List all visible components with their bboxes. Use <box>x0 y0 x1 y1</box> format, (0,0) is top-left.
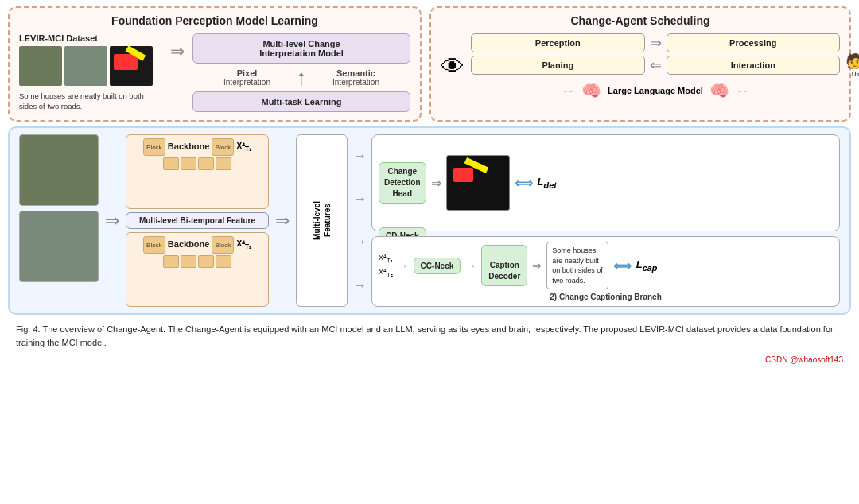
loss-cap-label: Lcap <box>636 258 658 273</box>
caption-arrow-3: ⇒ <box>532 259 542 272</box>
perception-box: Perception <box>471 33 645 52</box>
multilevel-features-label: Multi-level Features <box>312 201 332 240</box>
loss-det-label: Ldet <box>538 176 557 190</box>
users-icon: 🧑 <box>845 52 859 70</box>
double-arrow-det: ⟺ <box>515 176 533 191</box>
arrow-perception-processing: ⇒ <box>650 34 662 52</box>
features-arrows: → → → → <box>352 134 367 307</box>
right-panel-title: Change-Agent Scheduling <box>441 14 840 27</box>
xt2-label: X⁴T₂ <box>236 239 251 250</box>
multitask-box: Multi-task Learning <box>192 91 410 112</box>
bitemporal-box: Multi-level Bi-temporal Feature <box>126 212 269 229</box>
xt1-label: X⁴T₁ <box>236 142 251 153</box>
right-panel: Change-Agent Scheduling 👁 Perception ⇒ P… <box>430 6 851 122</box>
captioning-branch-content: X⁴T₁X⁴T₂ → CC-Neck → Caption Decoder ⇒ S… <box>379 242 833 289</box>
double-arrow-cap: ⟺ <box>613 258 632 273</box>
captioning-branch-title: 2) Change Captioning Branch <box>379 293 833 301</box>
dataset-caption: Some houses are neatly built on both sid… <box>19 91 158 112</box>
detection-result-image <box>446 155 510 211</box>
image-grid <box>19 46 162 86</box>
backbone-title-2: Backbone <box>168 239 210 249</box>
satellite-image-1 <box>19 46 62 86</box>
block-t1-1: Block <box>143 138 165 156</box>
arrow-planing-interaction: ⇐ <box>650 56 662 74</box>
left-panel-content: LEVIR-MCI Dataset Some houses are neatly… <box>19 33 410 112</box>
semantic-interp: Semantic Interpretation <box>332 68 379 87</box>
scheduling-content: 👁 Perception ⇒ Processing Planing <box>441 33 840 100</box>
backbone-bottom: Block Backbone Block X⁴T₂ <box>126 232 269 307</box>
detection-arrow: ⇒ <box>431 176 441 191</box>
backbone-top: Block Backbone Block X⁴T₁ <box>126 134 269 209</box>
block-grid-1 <box>130 157 265 170</box>
model-area: Multi-level Change Interpretation Model … <box>192 33 410 112</box>
llm-connector-right: ⚬—⚬—⚬ <box>736 89 749 93</box>
left-panel: Foundation Perception Model Learning LEV… <box>8 6 422 122</box>
bottom-arrow-2: ⇒ <box>275 134 290 307</box>
change-detection-head: Change Detection Head <box>379 162 426 204</box>
bottom-sat-image-1 <box>19 134 99 206</box>
watermark: CSDN @whaosoft143 <box>8 355 851 364</box>
fig-caption: Fig. 4. The overview of Change-Agent. Th… <box>8 320 851 351</box>
captioning-branch: X⁴T₁X⁴T₂ → CC-Neck → Caption Decoder ⇒ S… <box>371 236 840 307</box>
xs-labels: X⁴T₁X⁴T₂ <box>379 251 393 281</box>
caption-arrow-2: → <box>465 259 476 272</box>
change-map-image <box>110 46 153 86</box>
branches-col: Change Detection Head ⇒ ⟺ Ldet CD-Neck 1… <box>371 134 840 307</box>
detection-branch-content: Change Detection Head ⇒ ⟺ Ldet <box>379 140 833 226</box>
bottom-row: ⇒ Block Backbone Block X⁴T₁ <box>8 126 851 315</box>
block-t2-1: Block <box>143 236 165 254</box>
llm-connector-left: ⚬—⚬—⚬ <box>562 89 575 93</box>
detection-branch: Change Detection Head ⇒ ⟺ Ldet CD-Neck 1… <box>371 134 840 231</box>
caption-decoder-box: Caption Decoder <box>481 245 527 286</box>
dataset-area: LEVIR-MCI Dataset Some houses are neatly… <box>19 33 162 112</box>
brain-left-icon: 🧠 <box>581 81 601 100</box>
llm-label: Large Language Model <box>608 86 703 95</box>
planing-box: Planing <box>471 56 645 75</box>
images-col <box>19 134 99 307</box>
model-top-box: Multi-level Change Interpretation Model <box>192 33 410 64</box>
backbone-area: Block Backbone Block X⁴T₁ Multi-level Bi… <box>126 134 269 307</box>
interaction-box: Interaction 🧑 Users <box>667 56 841 75</box>
interpretation-row: Pixel Interpretation ↑ Semantic Interpre… <box>192 68 410 87</box>
block-t1-2: Block <box>212 138 234 156</box>
up-arrow-icon: ↑ <box>296 65 307 91</box>
caption-output-text: Some houses are neatly built on both sid… <box>546 242 608 289</box>
right-bottom-section: Multi-level Features → → → → Change Dete… <box>296 134 840 307</box>
cc-neck-box: CC-Neck <box>414 258 461 274</box>
scheduling-grid: Perception ⇒ Processing Planing ⇐ Intera… <box>471 33 840 100</box>
users-label: Users <box>852 71 859 78</box>
brain-right-icon: 🧠 <box>709 81 729 100</box>
right-arrow-icon: ⇒ <box>170 33 185 62</box>
pixel-interp: Pixel Interpretation <box>223 68 270 87</box>
multilevel-features-box: Multi-level Features <box>296 134 348 307</box>
bottom-arrow-1: ⇒ <box>105 134 119 307</box>
bottom-sat-image-2 <box>19 211 99 282</box>
main-container: Foundation Perception Model Learning LEV… <box>0 0 859 367</box>
dataset-label: LEVIR-MCI Dataset <box>19 33 162 43</box>
satellite-image-2 <box>64 46 107 86</box>
top-row: Foundation Perception Model Learning LEV… <box>8 6 851 122</box>
caption-arrow-1: → <box>398 259 409 272</box>
backbone-title-1: Backbone <box>168 142 210 151</box>
left-panel-title: Foundation Perception Model Learning <box>19 14 410 27</box>
block-t2-2: Block <box>212 236 234 254</box>
block-grid-2 <box>130 255 265 268</box>
processing-box: Processing <box>667 33 841 52</box>
eye-icon: 👁 <box>441 53 464 80</box>
llm-row: ⚬—⚬—⚬ 🧠 Large Language Model 🧠 ⚬—⚬—⚬ <box>471 78 840 100</box>
